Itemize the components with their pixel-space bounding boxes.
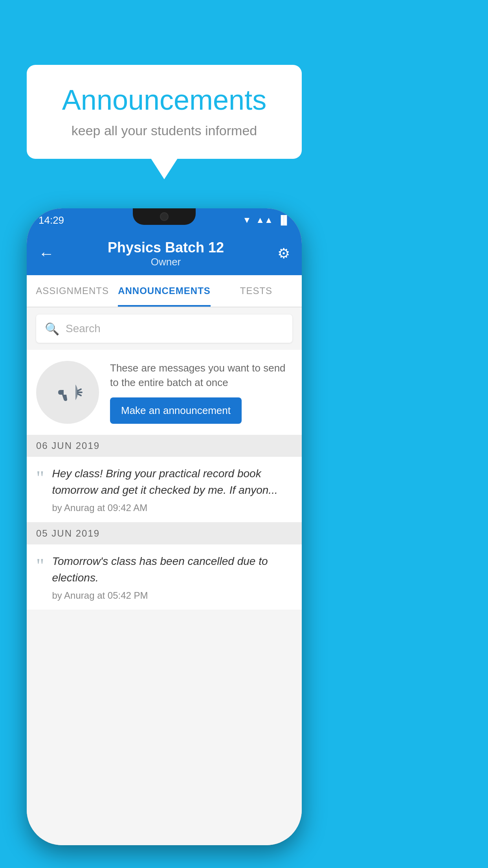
announcement-text-wrap-1: Hey class! Bring your practical record b…: [52, 465, 292, 513]
status-icons: ▼ ▲▲ ▐▌: [242, 215, 290, 225]
tab-announcements[interactable]: ANNOUNCEMENTS: [118, 275, 211, 307]
app-bar-subtitle: Owner: [54, 256, 277, 268]
search-bar[interactable]: 🔍 Search: [36, 314, 292, 343]
search-placeholder: Search: [66, 322, 101, 335]
phone-wrapper: 14:29 ▼ ▲▲ ▐▌ ← Physics Batch 12 Owner ⚙: [27, 208, 302, 845]
announcement-item-1[interactable]: " Hey class! Bring your practical record…: [27, 457, 302, 522]
tab-tests[interactable]: TESTS: [211, 275, 302, 307]
battery-icon: ▐▌: [278, 215, 290, 225]
wifi-icon: ▼: [242, 215, 251, 225]
date-separator-2: 05 JUN 2019: [27, 522, 302, 544]
phone-notch: [133, 208, 196, 225]
announcement-promo: These are messages you want to send to t…: [27, 350, 302, 435]
speech-bubble-section: Announcements keep all your students inf…: [27, 65, 302, 159]
screen-content: 🔍 Search: [27, 307, 302, 845]
announcement-text-2: Tomorrow's class has been cancelled due …: [52, 553, 292, 586]
app-bar-center: Physics Batch 12 Owner: [54, 239, 277, 268]
make-announcement-button[interactable]: Make an announcement: [110, 397, 242, 424]
app-bar-title: Physics Batch 12: [54, 239, 277, 256]
announcement-text-wrap-2: Tomorrow's class has been cancelled due …: [52, 553, 292, 601]
settings-icon[interactable]: ⚙: [277, 245, 290, 262]
back-button[interactable]: ←: [39, 245, 54, 263]
phone-camera: [160, 212, 169, 221]
tabs-bar: ASSIGNMENTS ANNOUNCEMENTS TESTS: [27, 275, 302, 307]
announcement-item-2[interactable]: " Tomorrow's class has been cancelled du…: [27, 544, 302, 610]
megaphone-icon: [52, 377, 83, 408]
speech-bubble-subtitle: keep all your students informed: [50, 123, 278, 138]
search-icon: 🔍: [45, 322, 59, 336]
phone-device: 14:29 ▼ ▲▲ ▐▌ ← Physics Batch 12 Owner ⚙: [27, 208, 302, 845]
tab-assignments[interactable]: ASSIGNMENTS: [27, 275, 118, 307]
quote-icon-1: ": [36, 468, 44, 487]
promo-icon-circle: [36, 361, 99, 424]
svg-line-2: [78, 394, 81, 395]
announcement-meta-1: by Anurag at 09:42 AM: [52, 502, 292, 513]
promo-right: These are messages you want to send to t…: [110, 361, 292, 424]
phone-screen: 14:29 ▼ ▲▲ ▐▌ ← Physics Batch 12 Owner ⚙: [27, 208, 302, 845]
svg-line-0: [78, 389, 81, 391]
promo-description: These are messages you want to send to t…: [110, 361, 292, 390]
speech-bubble: Announcements keep all your students inf…: [27, 65, 302, 159]
date-separator-1: 06 JUN 2019: [27, 435, 302, 457]
status-time: 14:29: [39, 214, 64, 226]
quote-icon-2: ": [36, 555, 44, 575]
speech-bubble-title: Announcements: [50, 84, 278, 116]
signal-icon: ▲▲: [256, 215, 273, 225]
announcement-text-1: Hey class! Bring your practical record b…: [52, 465, 292, 498]
announcement-meta-2: by Anurag at 05:42 PM: [52, 590, 292, 601]
app-bar: ← Physics Batch 12 Owner ⚙: [27, 232, 302, 275]
